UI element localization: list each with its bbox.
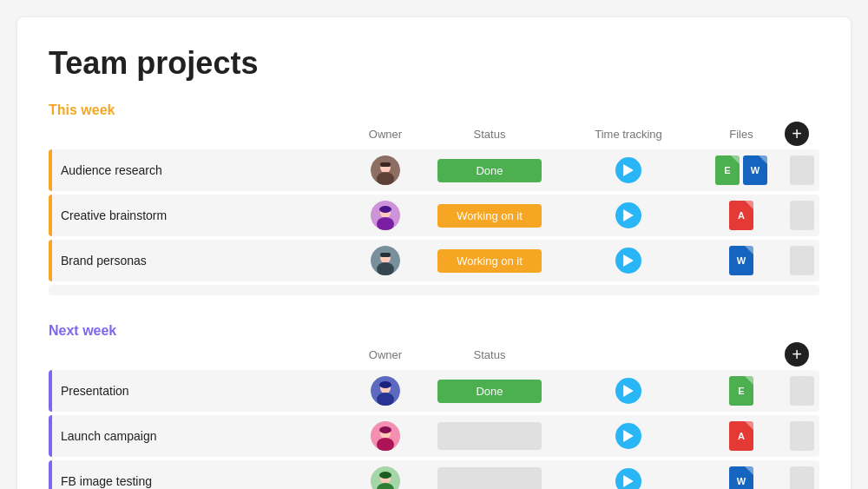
add-next-week-button[interactable]: + (785, 342, 809, 367)
page-title: Team projects (49, 45, 819, 82)
avatar (371, 376, 400, 406)
file-icon-excel[interactable]: E (715, 155, 740, 185)
row-name: Brand personas (52, 254, 351, 268)
files-cell: A (698, 201, 785, 230)
table-row: Audience research Done (49, 149, 819, 191)
status-cell: Done (420, 159, 559, 182)
avatar (371, 201, 400, 230)
files-cell: A (698, 421, 785, 451)
play-button[interactable] (615, 468, 641, 489)
section-this-week: This week Owner Status Time tracking Fil… (49, 102, 819, 295)
avatar (371, 246, 400, 275)
add-this-week-button[interactable]: + (785, 122, 809, 146)
table-row: FB image testing (49, 460, 819, 489)
row-name: Launch campaign (52, 429, 351, 443)
status-cell: Done (420, 380, 559, 403)
files-cell: W (698, 466, 785, 489)
time-cell[interactable] (559, 248, 698, 274)
col-header-add: + (785, 122, 819, 146)
files-cell: W (698, 246, 785, 275)
status-cell: Working on it (420, 204, 559, 228)
file-icon-word[interactable]: W (729, 246, 753, 275)
time-cell[interactable] (559, 202, 698, 228)
status-badge: Working on it (437, 204, 542, 228)
file-icon-word[interactable]: W (743, 155, 767, 185)
svg-marker-14 (623, 254, 634, 267)
table-row: Launch campaign (49, 415, 819, 457)
time-cell[interactable] (559, 378, 698, 404)
svg-marker-29 (623, 475, 634, 487)
time-cell[interactable] (559, 468, 698, 489)
row-extra (785, 421, 819, 451)
owner-cell (351, 421, 420, 451)
status-cell: Working on it (420, 249, 559, 273)
status-badge-empty (437, 467, 542, 489)
file-empty (790, 246, 814, 275)
file-icon-excel[interactable]: E (729, 376, 753, 406)
file-icon-access[interactable]: A (729, 421, 753, 451)
row-name: FB image testing (52, 474, 351, 488)
svg-point-8 (379, 206, 391, 213)
avatar (371, 421, 400, 451)
row-extra (785, 466, 819, 489)
table-row: Creative brainstorm Working on it (49, 195, 819, 236)
file-empty (790, 201, 814, 230)
play-button[interactable] (615, 157, 641, 183)
files-cell: E (698, 376, 785, 406)
svg-marker-9 (623, 209, 634, 221)
owner-cell (351, 246, 420, 275)
svg-marker-24 (623, 430, 634, 442)
row-extra (785, 155, 819, 185)
section-title-this-week: This week (49, 102, 115, 118)
play-button[interactable] (615, 248, 641, 274)
owner-cell (351, 466, 420, 489)
svg-marker-4 (623, 164, 634, 176)
svg-rect-13 (380, 253, 391, 257)
col-header-status: Status (420, 128, 559, 141)
spacer-row (49, 285, 819, 295)
table-row: Brand personas Working on it (49, 240, 819, 281)
owner-cell (351, 201, 420, 230)
file-icon-word[interactable]: W (729, 466, 753, 489)
files-cell: E W (698, 155, 785, 185)
status-badge-empty (437, 422, 542, 450)
file-icon-access[interactable]: A (729, 201, 753, 230)
status-badge: Done (437, 159, 542, 182)
col-header-owner: Owner (351, 348, 420, 361)
row-name: Creative brainstorm (52, 208, 351, 222)
column-headers-this-week: Owner Status Time tracking Files + (49, 118, 819, 149)
time-cell[interactable] (559, 157, 698, 183)
file-empty (790, 421, 814, 451)
section-title-next-week: Next week (49, 323, 116, 339)
time-cell[interactable] (559, 423, 698, 449)
avatar (371, 466, 400, 489)
col-header-status: Status (420, 348, 559, 361)
col-header-owner: Owner (351, 128, 420, 141)
row-extra (785, 201, 819, 230)
row-name: Presentation (52, 384, 351, 398)
svg-point-18 (379, 381, 391, 388)
status-badge: Working on it (437, 249, 542, 273)
status-cell (420, 467, 559, 489)
main-card: Team projects This week Owner Status Tim… (17, 17, 851, 489)
col-header-add: + (785, 342, 819, 367)
column-headers-next-week: Owner Status + (49, 339, 819, 370)
play-button[interactable] (615, 423, 641, 449)
svg-point-28 (379, 472, 391, 479)
owner-cell (351, 155, 420, 185)
file-empty (790, 155, 814, 185)
owner-cell (351, 376, 420, 406)
play-button[interactable] (615, 378, 641, 404)
section-next-week: Next week Owner Status + Presentation (49, 323, 819, 489)
col-header-time: Time tracking (559, 128, 698, 141)
svg-rect-3 (380, 162, 391, 167)
file-empty (790, 376, 814, 406)
status-badge: Done (437, 380, 542, 403)
svg-point-23 (379, 426, 391, 433)
status-cell (420, 422, 559, 450)
row-extra (785, 246, 819, 275)
svg-marker-19 (623, 385, 634, 397)
file-empty (790, 466, 814, 489)
play-button[interactable] (615, 202, 641, 228)
col-header-files: Files (698, 128, 785, 141)
